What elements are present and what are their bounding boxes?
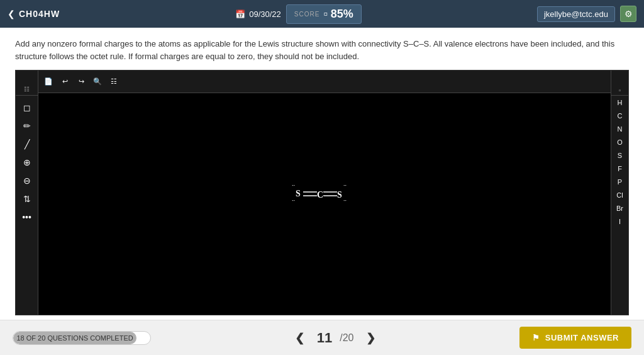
score-box: SCORE ▫ 85% [286, 4, 362, 24]
prev-page-button[interactable]: ❮ [290, 329, 309, 347]
next-page-button[interactable]: ❯ [361, 329, 380, 347]
nav-date: 📅 09/30/22 [235, 9, 281, 19]
progress-bar: 18 OF 20 QUESTIONS COMPLETED [13, 331, 151, 345]
progress-bar-fill: 18 OF 20 QUESTIONS COMPLETED [13, 332, 136, 344]
eraser-icon[interactable]: ◻ [19, 99, 35, 116]
more-icon[interactable]: ••• [19, 209, 35, 225]
page-current: 11 [317, 330, 332, 346]
molecule-drawing-area: ·· ·· S C S ·· ·· [38, 70, 611, 315]
element-Cl[interactable]: Cl [613, 189, 628, 201]
progress-container: 18 OF 20 QUESTIONS COMPLETED [13, 331, 151, 345]
calendar-icon: 📅 [235, 9, 245, 19]
bottom-bar: 18 OF 20 QUESTIONS COMPLETED ❮ 11 /20 ❯ … [0, 320, 644, 355]
settings-button[interactable]: ⚙ [620, 6, 636, 22]
nav-right: jkellybe@tctc.edu ⚙ [537, 6, 636, 22]
right-toolbar: ▫ H C N O S F P Cl Br I [611, 70, 628, 315]
svg-text:S: S [296, 189, 301, 198]
date-value: 09/30/22 [249, 9, 281, 19]
tools-section: ◻ ✏ ╱ ⊕ ⊖ ⇅ ••• [19, 97, 35, 225]
element-F[interactable]: F [613, 162, 628, 175]
pagination: ❮ 11 /20 ❯ [290, 329, 381, 347]
user-email[interactable]: jkellybe@tctc.edu [537, 6, 615, 22]
score-value: ▫ 85% [323, 8, 353, 21]
submit-label: SUBMIT ANSWER [545, 333, 619, 342]
back-chevron-icon: ❮ [8, 9, 15, 19]
add-icon[interactable]: ⊕ [19, 154, 35, 171]
main-content: Add any nonzero formal charges to the at… [0, 28, 644, 320]
top-toolbar: 📄 ↩ ↪ 🔍 ☷ [38, 70, 611, 93]
nav-title: CH04HW [19, 9, 60, 19]
element-H[interactable]: H [613, 96, 628, 109]
svg-text:··: ·· [343, 197, 347, 204]
line-icon[interactable]: ╱ [19, 136, 35, 152]
subtract-icon[interactable]: ⊖ [19, 172, 35, 189]
zoom-icon[interactable]: 🔍 [91, 76, 104, 88]
right-bar-chart-icon: ▫ [619, 87, 621, 94]
element-S[interactable]: S [613, 149, 628, 162]
new-document-icon[interactable]: 📄 [42, 76, 55, 88]
svg-text:S: S [337, 190, 342, 200]
svg-text:··: ·· [343, 182, 347, 189]
score-label: SCORE [294, 11, 320, 18]
progress-text: 18 OF 20 QUESTIONS COMPLETED [13, 334, 138, 342]
question-text: Add any nonzero formal charges to the at… [15, 38, 629, 62]
element-C[interactable]: C [613, 110, 628, 122]
element-P[interactable]: P [613, 176, 628, 188]
nav-center: 📅 09/30/22 SCORE ▫ 85% [60, 4, 537, 24]
top-nav: ❮ CH04HW 📅 09/30/22 SCORE ▫ 85% jkellybe… [0, 0, 644, 28]
gear-icon: ⚙ [625, 9, 633, 19]
svg-text:C: C [317, 190, 323, 200]
grid-icon[interactable]: ☷ [108, 76, 120, 88]
element-N[interactable]: N [613, 123, 628, 135]
pencil-icon[interactable]: ✏ [19, 118, 35, 134]
molecule-svg: ·· ·· S C S ·· ·· [287, 174, 362, 211]
svg-text:··: ·· [292, 197, 295, 204]
element-Br[interactable]: Br [613, 202, 628, 215]
element-I[interactable]: I [613, 215, 628, 228]
adjust-icon[interactable]: ⇅ [19, 191, 35, 207]
flag-icon: ⚑ [532, 333, 540, 342]
back-button[interactable]: ❮ CH04HW [8, 9, 60, 19]
submit-answer-button[interactable]: ⚑ SUBMIT ANSWER [519, 327, 631, 349]
element-O[interactable]: O [613, 136, 628, 149]
undo-icon[interactable]: ↩ [58, 76, 71, 88]
left-toolbar: ☷ ◻ ✏ ╱ ⊕ ⊖ ⇅ ••• [16, 70, 38, 315]
svg-text:··: ·· [292, 182, 295, 189]
redo-icon[interactable]: ↪ [75, 76, 87, 88]
left-toolbar-expand-icon: ☷ [24, 86, 30, 93]
bar-chart-icon: ▫ [323, 8, 327, 20]
page-total: /20 [340, 332, 353, 344]
drawing-canvas[interactable]: 📄 ↩ ↪ 🔍 ☷ ☷ ◻ ✏ ╱ ⊕ ⊖ ⇅ ••• ▫ [15, 70, 629, 315]
